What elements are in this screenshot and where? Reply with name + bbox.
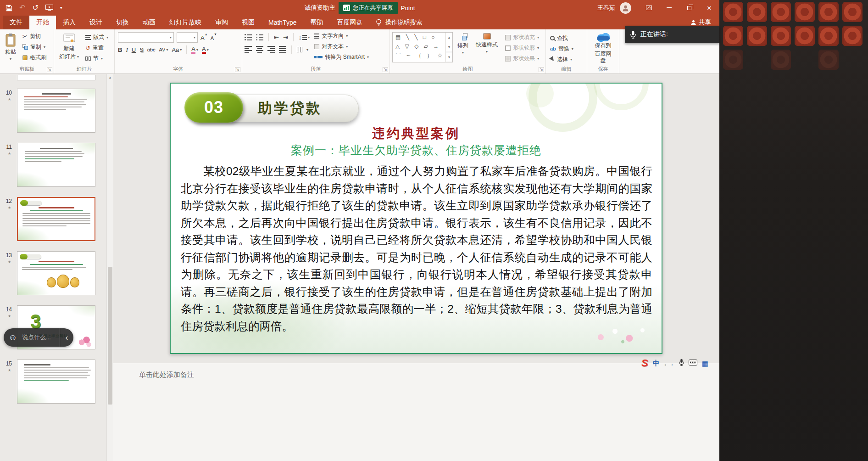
- ime-mic-button[interactable]: [679, 359, 684, 368]
- font-name-caret-icon: ▾: [170, 35, 172, 39]
- align-text-button[interactable]: 对齐文本▾: [314, 42, 369, 51]
- close-button[interactable]: ×: [699, 0, 719, 16]
- change-case-button[interactable]: Aa▾: [172, 47, 182, 53]
- font-dialog-launcher[interactable]: ↘: [235, 67, 240, 72]
- shapes-gallery[interactable]: ▤ ╲ ╲ □ ○ △ ▽ ◇ ▱ → ⌒ ∼ ｛ ｝ ☆ ▲ ▼ ▼: [392, 32, 453, 62]
- align-center-button[interactable]: [256, 46, 263, 53]
- chat-input[interactable]: 说点什么...: [22, 333, 60, 342]
- strikethrough-button[interactable]: abc: [147, 47, 156, 52]
- collapse-chat-button[interactable]: ‹: [60, 328, 73, 347]
- paste-button[interactable]: 粘贴 ▾: [2, 31, 19, 66]
- tab-file[interactable]: 文件: [3, 16, 29, 29]
- tab-design[interactable]: 设计: [83, 16, 109, 29]
- tab-review[interactable]: 审阅: [208, 16, 235, 29]
- tab-view[interactable]: 视图: [235, 16, 262, 29]
- save-to-baidu-button[interactable]: 保存到 百度网盘: [590, 31, 617, 66]
- bold-button[interactable]: B: [118, 47, 122, 53]
- tab-mathtype[interactable]: MathType: [262, 16, 303, 29]
- section-button[interactable]: 节▾: [83, 53, 110, 63]
- sharing-bars-icon: [343, 5, 350, 11]
- notes-pane[interactable]: 单击此处添加备注: [113, 363, 719, 461]
- text-shadow-button[interactable]: S: [139, 47, 144, 53]
- partial-thumbnail-9[interactable]: [17, 75, 95, 80]
- emoji-icon[interactable]: ☺: [4, 332, 22, 343]
- ring-decoration: [594, 83, 649, 110]
- line-spacing-button[interactable]: ↕▾: [299, 34, 310, 40]
- tab-help[interactable]: 帮助: [303, 16, 330, 29]
- avatar[interactable]: [620, 2, 631, 14]
- ribbon-display-options-button[interactable]: [639, 0, 659, 16]
- animation-star-icon: ★: [8, 206, 11, 210]
- scroll-up-button[interactable]: ▲: [107, 74, 113, 81]
- convert-smartart-button[interactable]: 转换为 SmartArt▾: [314, 52, 369, 62]
- slide-thumbnail-15[interactable]: [17, 360, 95, 404]
- increase-font-button[interactable]: A▲: [200, 34, 208, 42]
- drawing-dialog-launcher[interactable]: ↘: [539, 67, 544, 72]
- tab-insert[interactable]: 插入: [56, 16, 83, 29]
- align-right-button[interactable]: [267, 46, 275, 53]
- ime-keyboard-button[interactable]: [689, 359, 697, 367]
- slide-heading[interactable]: 违约典型案例: [171, 125, 662, 142]
- find-button[interactable]: 查找: [548, 33, 575, 43]
- tell-me-search[interactable]: 操作说明搜索: [376, 16, 422, 29]
- select-button[interactable]: 选择▾: [548, 54, 575, 64]
- slide-thumbnail-13[interactable]: [17, 251, 95, 295]
- slide-thumbnail-10[interactable]: [17, 89, 95, 133]
- account-name[interactable]: 王春茹: [597, 4, 615, 12]
- columns-button[interactable]: [297, 47, 302, 52]
- clipboard-dialog-launcher[interactable]: ↘: [47, 67, 52, 72]
- sharing-badge[interactable]: 您正在共享屏幕: [339, 2, 398, 14]
- character-spacing-button[interactable]: AV▾: [159, 47, 168, 52]
- ime-toolbox-button[interactable]: ▦: [702, 360, 708, 367]
- font-size-combo[interactable]: ▾: [177, 32, 198, 43]
- decrease-indent-button[interactable]: ⇤: [274, 34, 279, 40]
- copy-button[interactable]: 复制▾: [21, 42, 48, 52]
- underline-button[interactable]: U: [132, 47, 136, 53]
- justify-button[interactable]: [279, 46, 286, 53]
- tab-transitions[interactable]: 切换: [109, 16, 136, 29]
- slide-subheading[interactable]: 案例一：毕业生欠助学贷款、住房贷款屡遭拒绝: [171, 143, 662, 158]
- decrease-font-button[interactable]: A▼: [211, 34, 217, 42]
- shape-fill-button[interactable]: 形状填充▾: [505, 33, 539, 42]
- paste-icon: [5, 33, 16, 47]
- minimize-button[interactable]: [659, 0, 679, 16]
- reset-button[interactable]: ↺重置: [83, 43, 110, 53]
- tab-animations[interactable]: 动画: [136, 16, 162, 29]
- increase-indent-button[interactable]: ⇥: [283, 34, 288, 40]
- font-name-combo[interactable]: ▾: [118, 32, 174, 43]
- slide-thumbnail-12-selected[interactable]: [17, 197, 95, 241]
- highlight-color-button[interactable]: A▾: [191, 46, 198, 53]
- sogou-logo-icon[interactable]: S: [641, 358, 648, 368]
- speaking-overlay: 正在讲话:: [625, 26, 719, 43]
- replace-button[interactable]: ab替换▾: [548, 44, 575, 54]
- shapes-gallery-scroll[interactable]: ▲ ▼ ▼: [445, 33, 452, 62]
- tab-home[interactable]: 开始: [29, 16, 56, 29]
- ime-language-toggle[interactable]: 中: [653, 359, 660, 368]
- current-slide[interactable]: 03 助学贷款 违约典型案例 案例一：毕业生欠助学贷款、住房贷款屡遭拒绝 某校0…: [170, 83, 662, 354]
- ime-punctuation-toggle[interactable]: 。，: [664, 360, 674, 367]
- slide-body-text[interactable]: 某校02级毕业生夏某在北京就业，通过个人努力购置了私家车后准备贷款购房。中国银行…: [181, 163, 652, 335]
- layout-button[interactable]: 版式▾: [83, 32, 110, 42]
- slide-thumbnail-11[interactable]: [17, 143, 95, 187]
- tab-baidu-netdisk[interactable]: 百度网盘: [330, 16, 369, 29]
- shape-outline-button[interactable]: 形状轮廓▾: [505, 43, 539, 53]
- cut-button[interactable]: ✂剪切: [21, 31, 48, 41]
- new-slide-button[interactable]: 新建 幻灯片▾: [56, 31, 82, 66]
- italic-button[interactable]: I: [126, 47, 128, 53]
- text-direction-button[interactable]: 文字方向▾: [314, 31, 369, 41]
- thumbnail-scrollbar[interactable]: ▲: [106, 74, 113, 461]
- paragraph-dialog-launcher[interactable]: ↘: [383, 67, 388, 72]
- numbering-button[interactable]: [256, 34, 263, 40]
- section-badge[interactable]: 03 助学贷款: [188, 95, 359, 122]
- arrange-button[interactable]: 排列 ▾: [455, 31, 471, 66]
- tab-slideshow[interactable]: 幻灯片放映: [162, 16, 208, 29]
- align-left-button[interactable]: [245, 46, 252, 53]
- font-color-button[interactable]: A▾: [202, 46, 209, 53]
- scrollbar-thumb[interactable]: [108, 267, 112, 405]
- quick-styles-button[interactable]: 快速样式 ▾: [473, 31, 501, 66]
- restore-button[interactable]: [679, 0, 699, 16]
- bullets-button[interactable]: [245, 34, 252, 40]
- format-painter-button[interactable]: 格式刷: [21, 52, 48, 62]
- chat-widget[interactable]: ☺ 说点什么... ‹: [4, 328, 73, 347]
- shape-effects-button[interactable]: 形状效果▾: [505, 54, 539, 63]
